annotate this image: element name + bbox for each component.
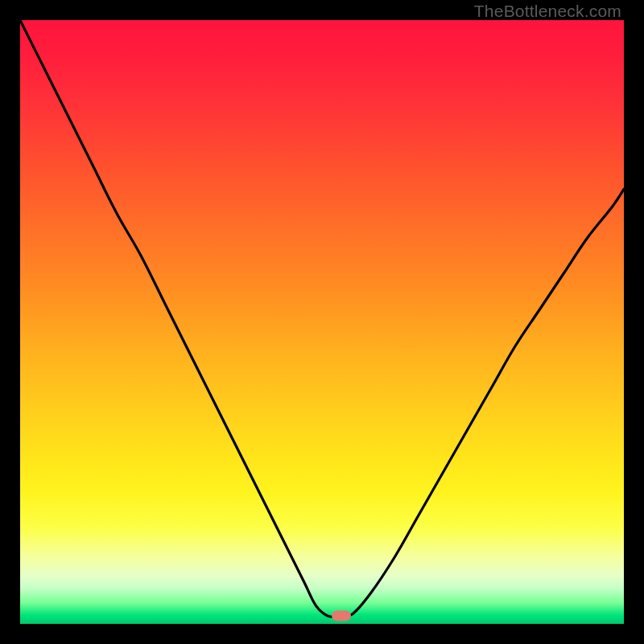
watermark-text: TheBottleneck.com [474, 2, 621, 21]
plot-area [20, 20, 624, 624]
curve-path [20, 20, 624, 617]
bottleneck-curve [20, 20, 624, 624]
chart-stage: TheBottleneck.com [0, 0, 644, 644]
